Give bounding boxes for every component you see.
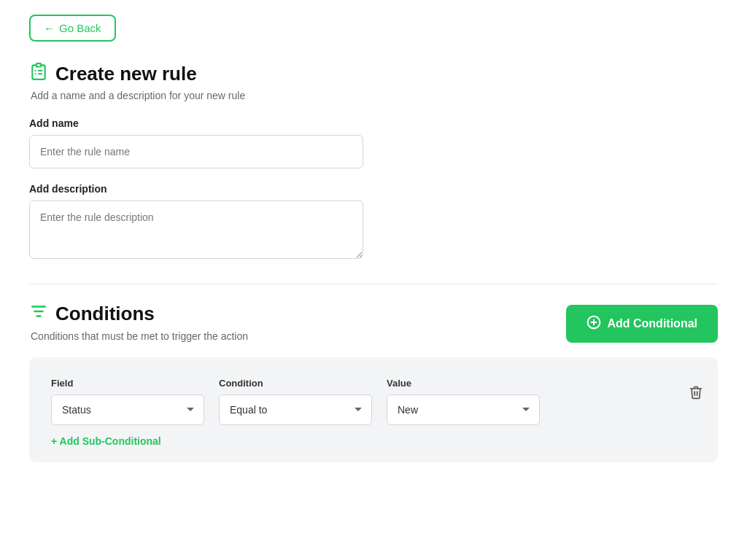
go-back-button[interactable]: ← Go Back	[29, 15, 116, 42]
field-select[interactable]: Status	[51, 394, 204, 425]
arrow-left-icon: ←	[44, 22, 55, 34]
page-title: Create new rule	[55, 63, 197, 85]
condition-row: Field Status Condition Equal to Value Ne…	[51, 378, 696, 425]
condition-group: Condition Equal to	[219, 378, 372, 425]
conditions-heading: Conditions	[29, 302, 248, 326]
filter-icon	[29, 302, 48, 326]
section-divider	[29, 284, 718, 284]
delete-condition-button[interactable]	[681, 378, 711, 411]
condition-label: Condition	[219, 378, 372, 389]
add-sub-conditional-label: + Add Sub-Conditional	[51, 435, 161, 447]
name-label: Add name	[29, 117, 718, 129]
conditions-title-group: Conditions Conditions that must be met t…	[29, 302, 248, 342]
value-select[interactable]: New	[387, 394, 540, 425]
field-group: Field Status	[51, 378, 204, 425]
value-label: Value	[387, 378, 540, 389]
create-rule-header: Create new rule	[29, 62, 718, 85]
conditions-section-header: Conditions Conditions that must be met t…	[29, 302, 718, 343]
add-conditional-button[interactable]: Add Conditional	[566, 305, 718, 343]
description-field-group: Add description	[29, 183, 718, 276]
clipboard-icon	[29, 62, 48, 85]
description-label: Add description	[29, 183, 718, 195]
trash-icon	[689, 385, 703, 403]
svg-rect-0	[36, 63, 42, 66]
value-group: Value New	[387, 378, 540, 425]
add-conditional-label: Add Conditional	[607, 317, 697, 330]
condition-select[interactable]: Equal to	[219, 394, 372, 425]
plus-circle-icon	[587, 315, 601, 332]
add-sub-conditional-button[interactable]: + Add Sub-Conditional	[51, 428, 161, 447]
rule-name-input[interactable]	[29, 135, 363, 168]
name-field-group: Add name	[29, 117, 718, 183]
conditions-card: Field Status Condition Equal to Value Ne…	[29, 357, 718, 462]
field-label: Field	[51, 378, 204, 389]
rule-description-input[interactable]	[29, 201, 363, 259]
go-back-label: Go Back	[59, 22, 101, 34]
conditions-subtitle: Conditions that must be met to trigger t…	[31, 330, 248, 342]
page-subtitle: Add a name and a description for your ne…	[31, 90, 718, 101]
